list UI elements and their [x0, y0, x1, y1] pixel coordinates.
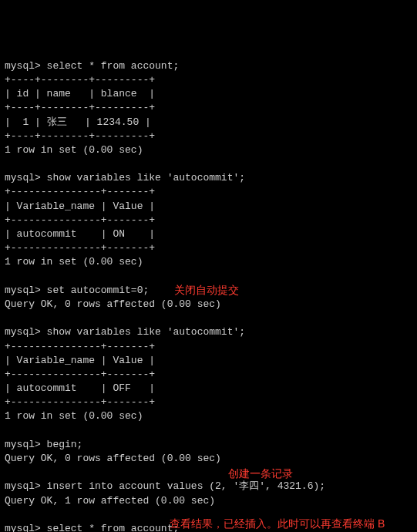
annotation-create-record: 创建一条记录: [228, 466, 382, 482]
terminal[interactable]: mysql> select * from account; +----+----…: [5, 59, 412, 532]
annotation-view-result: 查看结果，已经插入。此时可以再查看终端 B: [170, 516, 409, 532]
annotation-autocommit-off: 关闭自动提交: [174, 282, 328, 298]
